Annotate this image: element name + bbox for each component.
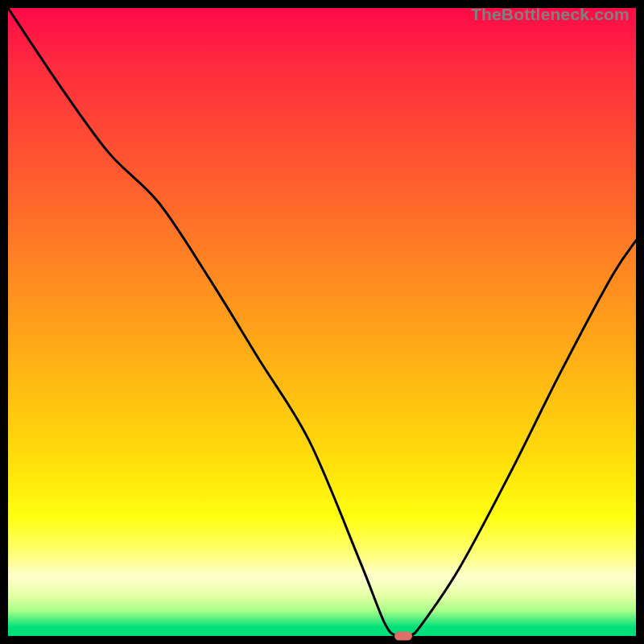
min-marker (394, 632, 412, 641)
attribution-label: TheBottleneck.com (471, 5, 630, 24)
bottleneck-curve (8, 8, 636, 636)
chart-stage: TheBottleneck.com (0, 0, 644, 644)
gradient-plot-area (8, 8, 636, 636)
